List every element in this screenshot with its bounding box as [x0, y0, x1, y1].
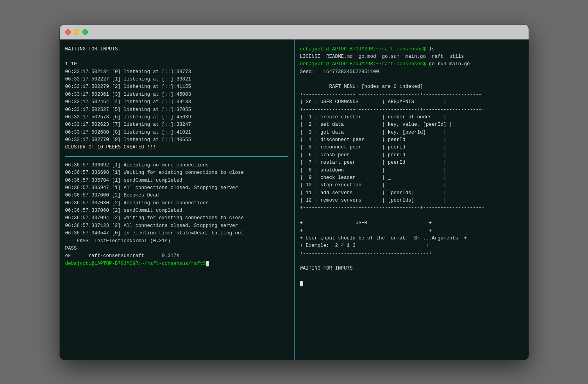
right-pane: debajyoti@LAPTOP-B70JM29R:~/raft-consens…	[295, 39, 529, 360]
close-button[interactable]	[65, 29, 71, 35]
minimize-button[interactable]	[74, 29, 79, 35]
left-bottom-content: 06:36:57.336692 [1] Accepting no more co…	[65, 162, 288, 268]
right-pane-content: debajyoti@LAPTOP-B70JM29R:~/raft-consens…	[300, 46, 523, 288]
maximize-button[interactable]	[82, 29, 88, 35]
mac-window: WAITING FOR INPUTS.. 1 10 06:33:17.50213…	[60, 25, 529, 360]
left-pane-bottom: 06:36:57.336692 [1] Accepting no more co…	[65, 162, 288, 354]
left-pane: WAITING FOR INPUTS.. 1 10 06:33:17.50213…	[60, 39, 295, 360]
left-pane-top: WAITING FOR INPUTS.. 1 10 06:33:17.50213…	[65, 46, 288, 157]
titlebar	[60, 25, 529, 39]
terminal-area: WAITING FOR INPUTS.. 1 10 06:33:17.50213…	[60, 39, 529, 360]
left-top-content: WAITING FOR INPUTS.. 1 10 06:33:17.50213…	[65, 46, 288, 152]
